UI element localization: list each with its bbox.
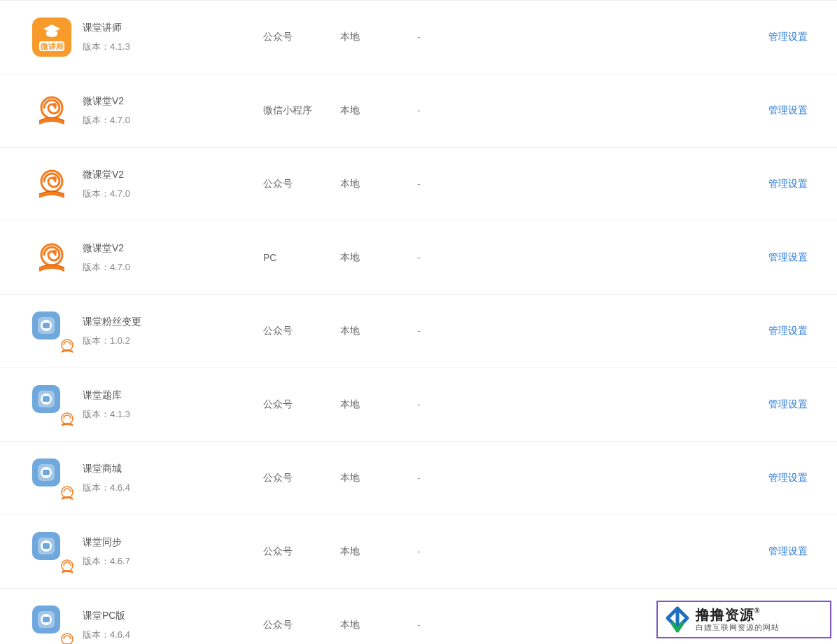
app-name: 微课堂V2: [83, 93, 130, 108]
manage-settings-link[interactable]: 管理设置: [768, 104, 808, 115]
app-extra: -: [417, 252, 746, 263]
table-row: 课堂题库 版本：4.1.3 公众号 本地 - 管理设置: [0, 368, 837, 441]
app-location: 本地: [340, 545, 417, 558]
app-name: 课堂题库: [83, 387, 130, 402]
app-type: 公众号: [263, 472, 340, 484]
app-type: 微信小程序: [263, 104, 340, 117]
app-name: 课堂讲师: [83, 20, 130, 35]
app-location: 本地: [340, 619, 417, 631]
app-type: 公众号: [263, 178, 340, 190]
table-row: 微课堂V2 版本：4.7.0 公众号 本地 - 管理设置: [0, 147, 837, 220]
app-icon-weiketang: [32, 91, 71, 130]
app-extra: -: [417, 399, 746, 410]
manage-settings-link[interactable]: 管理设置: [768, 178, 808, 189]
app-location: 本地: [340, 31, 417, 43]
app-name: 课堂PC版: [83, 608, 130, 623]
app-name: 微课堂V2: [83, 240, 130, 255]
table-row: 课堂讲师 版本：4.1.3 公众号 本地 - 管理设置: [0, 0, 837, 74]
watermark-badge: 撸撸资源® 白嫖互联网资源的网站: [656, 601, 831, 638]
app-version: 版本：4.7.0: [83, 260, 130, 275]
table-row: 课堂粉丝变更 版本：1.0.2 公众号 本地 - 管理设置: [0, 294, 837, 368]
app-location: 本地: [340, 398, 417, 411]
app-version: 版本：4.7.0: [83, 113, 130, 128]
app-version: 版本：4.7.0: [83, 187, 130, 202]
watermark-logo-icon: [663, 606, 691, 634]
app-type: 公众号: [263, 545, 340, 558]
app-type: 公众号: [263, 619, 340, 631]
app-version: 版本：4.6.4: [83, 481, 130, 496]
app-extra: -: [417, 31, 746, 43]
badge-icon: [59, 632, 76, 644]
manage-settings-link[interactable]: 管理设置: [768, 251, 808, 262]
app-icon-blue: [32, 606, 60, 634]
badge-icon: [59, 338, 76, 355]
app-icon-weijiangshi: [32, 18, 71, 57]
app-icon-blue: [32, 385, 60, 413]
badge-icon: [59, 412, 76, 428]
app-name: 课堂同步: [83, 534, 130, 550]
app-name: 课堂粉丝变更: [83, 314, 141, 329]
app-icon-blue: [32, 532, 60, 560]
app-extra: -: [417, 105, 746, 116]
app-extra: -: [417, 546, 746, 557]
manage-settings-link[interactable]: 管理设置: [768, 545, 808, 556]
watermark-subtitle: 白嫖互联网资源的网站: [696, 622, 780, 633]
table-row: 课堂商城 版本：4.6.4 公众号 本地 - 管理设置: [0, 441, 837, 514]
app-extra: -: [417, 326, 746, 337]
app-name: 课堂商城: [83, 461, 130, 476]
app-extra: -: [417, 178, 746, 190]
badge-icon: [59, 559, 76, 575]
app-icon-weiketang: [32, 238, 71, 277]
app-version: 版本：4.1.3: [83, 407, 130, 422]
app-type: 公众号: [263, 31, 340, 43]
app-name: 微课堂V2: [83, 167, 130, 182]
table-row: 微课堂V2 版本：4.7.0 微信小程序 本地 - 管理设置: [0, 74, 837, 147]
app-icon-weiketang: [32, 164, 71, 204]
app-version: 版本：4.6.7: [83, 554, 130, 569]
table-row: 微课堂V2 版本：4.7.0 PC 本地 - 管理设置: [0, 220, 837, 294]
manage-settings-link[interactable]: 管理设置: [768, 472, 808, 483]
app-version: 版本：4.1.3: [83, 40, 130, 55]
app-location: 本地: [340, 472, 417, 484]
app-location: 本地: [340, 325, 417, 337]
module-list: 课堂讲师 版本：4.1.3 公众号 本地 - 管理设置 微课堂V2 版本：4.7…: [0, 0, 837, 644]
app-version: 版本：4.6.4: [83, 628, 130, 643]
manage-settings-link[interactable]: 管理设置: [768, 325, 808, 336]
app-location: 本地: [340, 251, 417, 264]
app-extra: -: [417, 472, 746, 484]
manage-settings-link[interactable]: 管理设置: [768, 31, 808, 42]
manage-settings-link[interactable]: 管理设置: [768, 398, 808, 410]
app-type: 公众号: [263, 398, 340, 411]
table-row: 课堂同步 版本：4.6.7 公众号 本地 - 管理设置: [0, 514, 837, 588]
app-type: PC: [263, 252, 340, 263]
app-location: 本地: [340, 104, 417, 117]
app-location: 本地: [340, 178, 417, 190]
app-version: 版本：1.0.2: [83, 334, 141, 349]
badge-icon: [59, 485, 76, 502]
app-icon-blue: [32, 312, 60, 340]
app-type: 公众号: [263, 325, 340, 337]
app-icon-blue: [32, 458, 60, 486]
watermark-title: 撸撸资源®: [696, 607, 780, 622]
